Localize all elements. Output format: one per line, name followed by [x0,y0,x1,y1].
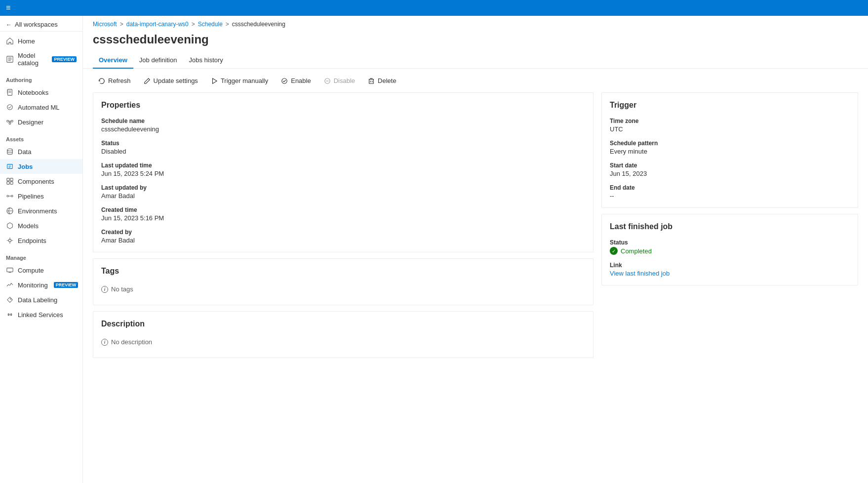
svg-rect-21 [10,178,13,181]
toolbar: Refresh Update settings Trigger manually… [83,69,868,92]
compute-icon [6,266,14,274]
svg-rect-13 [9,122,11,124]
breadcrumb-workspace[interactable]: data-import-canary-ws0 [126,21,189,28]
sidebar-item-compute[interactable]: Compute [0,263,82,278]
main-layout: ← All workspaces Home Model catalog PREV… [0,16,868,483]
breadcrumb-sep-1: > [120,21,123,28]
tab-overview[interactable]: Overview [93,52,133,69]
monitoring-preview-badge: PREVIEW [54,282,79,288]
description-info-icon: i [101,339,108,346]
sidebar-item-data-labeling[interactable]: Data Labeling [0,292,82,307]
last-updated-by-value: Amar Badal [101,192,585,200]
svg-point-34 [282,79,287,84]
sidebar-item-designer-label: Designer [18,119,43,126]
start-date-value: Jun 15, 2023 [610,170,850,177]
models-icon [6,222,14,230]
sidebar-item-model-catalog[interactable]: Model catalog PREVIEW [0,48,82,70]
description-card: Description i No description [93,311,593,358]
sidebar-item-designer[interactable]: Designer [0,115,82,129]
job-status-row: Status ✓ Completed [610,239,850,255]
sidebar-item-linked-services[interactable]: Linked Services [0,307,82,322]
trigger-manually-button[interactable]: Trigger manually [205,74,274,87]
created-by-value: Amar Badal [101,237,585,244]
enable-icon [281,77,288,84]
sidebar-item-automated-ml[interactable]: Automated ML [0,100,82,115]
jobs-icon [6,162,14,170]
top-bar: ≡ [0,0,868,16]
svg-marker-33 [212,79,217,84]
svg-rect-11 [7,121,9,122]
tab-bar: Overview Job definition Jobs history [83,52,868,69]
assets-section-header: Assets [0,129,82,144]
status-label: Status [101,140,585,147]
sidebar-item-environments[interactable]: Environments [0,203,82,218]
refresh-label: Refresh [108,77,131,84]
schedule-pattern-row: Schedule pattern Every minute [610,140,850,155]
sidebar-item-compute-label: Compute [18,267,44,274]
sidebar: ← All workspaces Home Model catalog PREV… [0,16,83,483]
time-zone-label: Time zone [610,118,850,124]
sidebar-item-models-label: Models [18,222,39,230]
created-time-label: Created time [101,206,585,213]
svg-point-25 [11,195,13,197]
sidebar-item-data-label: Data [18,148,31,156]
sidebar-item-monitoring[interactable]: Monitoring PREVIEW [0,278,82,292]
sidebar-item-data[interactable]: Data [0,144,82,159]
svg-point-27 [8,239,11,242]
trigger-manually-label: Trigger manually [221,77,268,84]
schedule-pattern-label: Schedule pattern [610,140,850,147]
sidebar-item-components-label: Components [18,178,54,185]
breadcrumb-current: cssscheduleevening [232,21,285,28]
disable-button[interactable]: Disable [318,74,360,87]
sidebar-item-models[interactable]: Models [0,218,82,233]
svg-rect-28 [7,268,13,272]
created-time-value: Jun 15, 2023 5:16 PM [101,214,585,222]
breadcrumb-schedule[interactable]: Schedule [198,21,223,28]
start-date-label: Start date [610,162,850,169]
sidebar-item-model-catalog-label: Model catalog [18,52,46,67]
job-status-label: Status [610,239,850,246]
sidebar-item-notebooks[interactable]: Notebooks [0,85,82,100]
play-icon [211,77,218,84]
authoring-section-header: Authoring [0,70,82,85]
left-column: Properties Schedule name cssscheduleeven… [93,92,593,358]
notebook-icon [6,88,14,96]
refresh-button[interactable]: Refresh [93,74,136,87]
sidebar-item-components[interactable]: Components [0,174,82,189]
time-zone-row: Time zone UTC [610,118,850,133]
tab-job-definition[interactable]: Job definition [133,52,183,69]
svg-rect-17 [7,164,13,169]
pipelines-icon [6,192,14,200]
trigger-title: Trigger [610,101,850,110]
last-updated-by-label: Last updated by [101,184,585,191]
sidebar-item-endpoints[interactable]: Endpoints [0,233,82,248]
sidebar-item-jobs[interactable]: Jobs [0,159,82,174]
refresh-icon [98,77,105,84]
delete-button[interactable]: Delete [362,74,402,87]
view-last-finished-job-link[interactable]: View last finished job [610,270,670,277]
properties-card: Properties Schedule name cssscheduleeven… [93,92,593,252]
menu-icon[interactable]: ≡ [6,3,10,12]
job-link-label: Link [610,262,850,269]
breadcrumb-microsoft[interactable]: Microsoft [93,21,117,28]
status-row: Status Disabled [101,140,585,155]
sidebar-item-home[interactable]: Home [0,34,82,48]
tab-jobs-history[interactable]: Jobs history [183,52,229,69]
enable-button[interactable]: Enable [276,74,316,87]
all-workspaces-link[interactable]: ← All workspaces [0,18,82,32]
no-tags-label: No tags [111,285,133,293]
schedule-name-value: cssscheduleevening [101,125,585,133]
no-description-label: No description [111,338,152,346]
schedule-name-label: Schedule name [101,118,585,124]
disable-icon [324,77,331,84]
tags-card: Tags i No tags [93,258,593,305]
sidebar-item-endpoints-label: Endpoints [18,237,46,244]
enable-label: Enable [291,77,311,84]
delete-label: Delete [378,77,396,84]
disable-label: Disable [334,77,355,84]
schedule-name-row: Schedule name cssscheduleevening [101,118,585,133]
sidebar-item-pipelines[interactable]: Pipelines [0,189,82,203]
svg-rect-12 [11,121,13,122]
update-settings-button[interactable]: Update settings [138,74,203,87]
properties-section: Properties Schedule name cssscheduleeven… [93,93,593,252]
